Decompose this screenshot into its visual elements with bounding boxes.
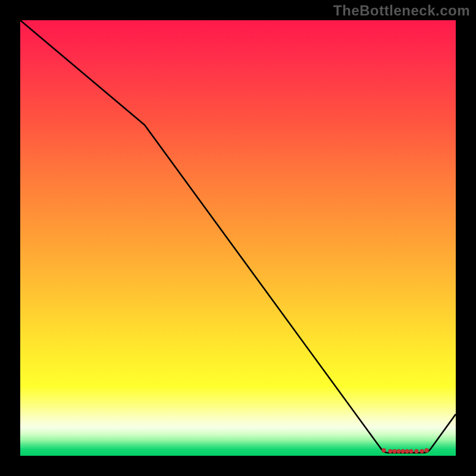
marker-dot xyxy=(415,449,419,453)
marker-dot xyxy=(401,449,405,453)
marker-dot xyxy=(393,449,397,453)
optimal-marker-group xyxy=(382,449,429,453)
marker-dot xyxy=(405,449,409,453)
marker-dot xyxy=(420,449,424,453)
marker-dot xyxy=(389,449,393,453)
marker-dot xyxy=(397,449,401,453)
chart-frame: TheBottleneck.com xyxy=(0,0,476,476)
watermark-text: TheBottleneck.com xyxy=(333,2,470,19)
bottleneck-line xyxy=(20,20,456,453)
plot-area xyxy=(20,20,456,456)
marker-dot xyxy=(425,449,429,453)
curve-overlay xyxy=(20,20,456,456)
marker-dot xyxy=(409,449,414,453)
marker-dot xyxy=(382,449,386,453)
